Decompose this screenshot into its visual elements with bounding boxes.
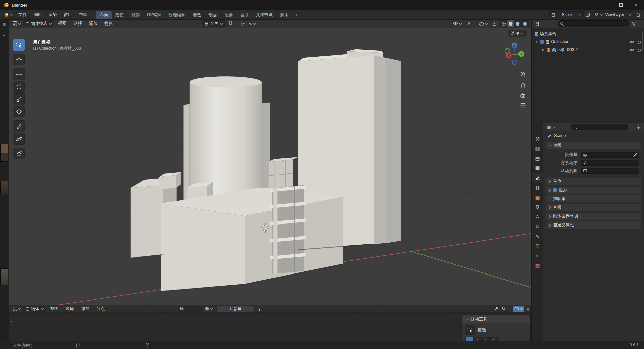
outliner-row-scene-collection[interactable]: ▦ 场景集合 [532,30,644,38]
copy-scene-icon[interactable] [586,13,590,17]
nav-gizmo[interactable]: Z Y X [499,39,530,70]
expand-sidebar-icon[interactable]: › [10,319,12,324]
exclude-checkbox[interactable]: ✓ [540,40,544,44]
scene-selector[interactable]: ▤ Scene ✕ [549,11,584,18]
camera-view-icon[interactable] [520,92,526,98]
select-mode-subtract[interactable] [482,337,490,341]
pin-button[interactable] [256,306,263,312]
unlink-icon[interactable]: ✕ [577,13,581,17]
tab-tool[interactable]: ⚒ [532,134,543,144]
expander-down-icon[interactable]: ▼ [535,40,538,43]
mode-dropdown[interactable]: ▢ 物体模式 [23,20,54,27]
disable-render-camera-icon[interactable] [637,40,641,44]
nav-arrow-icon[interactable] [494,307,498,311]
viewport-menu-object[interactable]: 物体 [101,20,116,28]
workspace-tab-geometrynodes[interactable]: 几何节点 [252,11,276,19]
shader-editor-type-button[interactable] [11,306,22,312]
copy-viewlayer-icon[interactable] [636,13,641,17]
menu-help[interactable]: 帮助 [76,10,91,19]
select-box-tool-button[interactable] [13,39,25,51]
shading-solid-button[interactable] [507,20,514,27]
slot-dropdown[interactable]: 槽 [178,306,202,312]
tab-modifiers[interactable]: ⚙ [532,202,543,212]
pin-button[interactable] [635,124,642,130]
cursor-tool-button[interactable] [13,54,25,65]
annotate-tool-button[interactable] [13,120,25,132]
outliner-search-input[interactable] [565,21,627,26]
shader-menu-add[interactable]: 添加 [78,305,92,312]
viewlayer-selector[interactable]: ViewLayer ✕ [592,11,634,18]
options-menu-icon[interactable]: ≡ [527,307,529,311]
editor-type-button[interactable] [11,20,22,27]
move-tool-button[interactable] [13,68,25,80]
shader-menu-node[interactable]: 节点 [93,305,108,312]
tab-texture[interactable]: ▦ [532,260,543,270]
outliner-scrollbar[interactable] [642,31,643,51]
unlink-icon[interactable]: ✕ [628,13,632,17]
hide-eye-icon[interactable] [629,48,634,52]
active-clip-field[interactable] [581,168,639,174]
minimize-button[interactable] [598,0,613,10]
select-mode-set[interactable] [465,337,474,341]
gizmo-neg-y-ball[interactable] [505,49,510,54]
gravity-checkbox[interactable]: ✓ [553,188,557,192]
outliner-row-collection[interactable]: ▼ ✓ ▦ Collection [532,38,644,46]
snap-toggle-button[interactable] [227,20,238,27]
maximize-button[interactable] [613,0,629,10]
workspace-tab-compositing[interactable]: 合成 [236,11,252,19]
section-keying-sets[interactable]: 插帧集 [546,195,641,202]
workspace-tab-layout[interactable]: 布局 [96,11,112,19]
xray-toggle-button[interactable] [491,20,498,27]
measure-tool-button[interactable] [13,133,25,145]
workspace-tab-uv[interactable]: UV编辑 [143,11,165,19]
tab-object-data[interactable]: ▽ [532,241,543,251]
transform-tool-button[interactable] [13,106,25,117]
menu-file[interactable]: 文件 [15,10,30,19]
orientation-dropdown[interactable]: 全局 [202,20,226,27]
scale-tool-button[interactable] [13,93,25,105]
viewport-menu-view[interactable]: 视图 [55,20,69,28]
snapping-dropdown[interactable] [501,306,511,312]
tab-physics[interactable]: ↻ [532,221,543,231]
shader-menu-view[interactable]: 视图 [47,305,61,312]
section-gravity[interactable]: ✓ 重力 [546,187,641,194]
outliner-search[interactable] [558,20,630,27]
section-units[interactable]: 单位 [546,178,641,185]
viewport-3d[interactable]: ▢ 物体模式 视图 选择 添加 物体 全局 [9,20,531,305]
material-browse-dropdown[interactable] [204,306,214,312]
workspace-tab-scripting[interactable]: 脚本 [276,11,292,19]
workspace-tab-animation[interactable]: 动画 [205,11,220,19]
gizmos-dropdown[interactable] [465,20,476,27]
menu-window[interactable]: 窗口 [60,10,76,19]
hide-eye-icon[interactable] [629,40,634,44]
workspace-tab-rendering[interactable]: 渲染 [220,11,236,19]
expander-right-icon[interactable]: ▶ [542,48,545,51]
select-mode-extend[interactable] [474,337,482,341]
menu-edit[interactable]: 编辑 [30,10,45,19]
section-scene[interactable]: 场景 [546,142,641,149]
overlays-dropdown[interactable] [478,20,489,27]
pan-hand-icon[interactable] [520,82,526,88]
outliner-row-object[interactable]: ▶ ▣ 商业楼_003 ▽ [532,46,644,54]
select-mode-invert[interactable] [490,337,498,341]
camera-field[interactable] [581,152,639,158]
tab-object[interactable]: ▣ [532,192,543,202]
shader-type-dropdown[interactable]: ▢ 物体 [23,306,46,312]
shader-editor-canvas[interactable]: › 活动工具 框选 [9,314,531,341]
add-cube-tool-button[interactable] [13,148,25,159]
collapsed-editor-strip[interactable]: ▦ + [0,20,9,341]
properties-search[interactable] [571,124,628,130]
shading-rendered-button[interactable] [522,20,528,27]
background-scene-field[interactable] [581,160,639,166]
viewport-canvas[interactable]: 用户透视 (1) Collection | 商业楼_003 选项 [9,28,531,305]
shader-menu-select[interactable]: 选择 [62,305,77,312]
workspace-tab-modeling[interactable]: 建模 [112,11,128,19]
falloff-dropdown[interactable]: ∿ [248,20,257,27]
eyedropper-icon[interactable] [633,153,637,157]
box-select-tool-button[interactable] [465,325,475,335]
rotate-tool-button[interactable] [13,81,25,93]
visibility-dropdown[interactable] [452,20,463,27]
viewport-menu-add[interactable]: 添加 [86,20,100,28]
tab-material[interactable]: ◐ [532,251,543,260]
tab-render[interactable]: ▥ [532,144,543,153]
